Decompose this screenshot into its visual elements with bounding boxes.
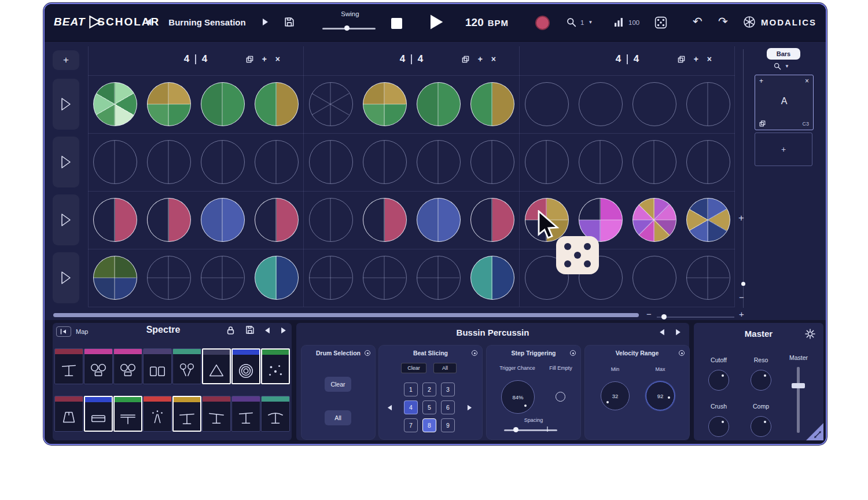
drum-pad[interactable] (143, 396, 172, 432)
next-drum-button[interactable] (675, 329, 681, 336)
beat-slicing-clear-button[interactable]: Clear (401, 363, 426, 373)
beat-cell[interactable] (363, 140, 407, 184)
slice-count-button[interactable]: 4 (404, 400, 418, 414)
beat-cell[interactable] (93, 140, 137, 184)
beat-cell[interactable] (363, 256, 407, 300)
lock-kit-button[interactable] (227, 326, 234, 335)
beat-cell[interactable] (632, 198, 676, 242)
pattern-delete-button[interactable]: × (805, 77, 809, 85)
drum-pad[interactable] (261, 396, 290, 432)
beat-cell[interactable] (632, 82, 676, 126)
beat-cell[interactable] (147, 198, 191, 242)
beat-cell[interactable] (525, 140, 569, 184)
pattern-slot-a[interactable]: + × A C3 (755, 75, 814, 130)
comp-knob[interactable] (751, 416, 771, 437)
save-kit-button[interactable] (245, 325, 255, 334)
map-dock-button[interactable] (56, 326, 71, 337)
beat-cell[interactable] (255, 140, 299, 184)
beat-cell[interactable] (417, 82, 461, 126)
prev-drum-button[interactable] (659, 329, 665, 336)
duplicate-bar-button[interactable] (462, 56, 469, 63)
slice-count-button[interactable]: 1 (404, 383, 418, 396)
v-zoom-in-button[interactable]: + (738, 212, 744, 224)
row-play-button[interactable] (53, 194, 79, 245)
row-play-button[interactable] (53, 79, 79, 130)
beat-cell[interactable] (309, 256, 353, 300)
add-row-button[interactable]: + (53, 50, 79, 70)
beat-cell[interactable] (417, 198, 461, 242)
beat-cell[interactable] (632, 140, 676, 184)
velocity-range-enable-toggle[interactable] (679, 350, 685, 356)
beat-cell[interactable] (579, 198, 623, 242)
slice-page-prev-button[interactable] (387, 405, 392, 411)
beat-cell[interactable] (470, 82, 514, 126)
drum-selection-clear-button[interactable]: Clear (325, 377, 351, 392)
drum-selection-enable-toggle[interactable] (365, 350, 370, 356)
beat-slicing-all-button[interactable]: All (433, 363, 457, 373)
drum-pad[interactable] (231, 348, 260, 384)
step-triggering-enable-toggle[interactable] (570, 350, 576, 356)
prev-kit-button[interactable] (264, 327, 270, 334)
row-play-button[interactable] (53, 252, 79, 303)
crush-knob[interactable] (708, 416, 729, 437)
delete-bar-button[interactable]: × (491, 54, 496, 64)
slice-count-button[interactable]: 9 (441, 418, 455, 432)
drum-pad[interactable] (172, 396, 201, 432)
beat-cell[interactable] (470, 198, 514, 242)
beat-cell[interactable] (309, 140, 353, 184)
drum-pad[interactable] (202, 396, 231, 432)
duplicate-bar-button[interactable] (246, 56, 253, 63)
h-zoom-slider[interactable] (657, 317, 734, 318)
beat-cell[interactable] (632, 256, 676, 300)
drum-pad[interactable] (172, 348, 201, 384)
beat-cell[interactable] (147, 256, 191, 300)
beat-cell[interactable] (470, 256, 514, 300)
slice-page-next-button[interactable] (467, 405, 472, 411)
drum-pad[interactable] (84, 348, 113, 384)
add-bar-button[interactable]: + (262, 54, 267, 64)
beat-cell[interactable] (579, 140, 623, 184)
h-zoom-in-button[interactable]: + (739, 309, 744, 319)
beat-cell[interactable] (363, 198, 407, 242)
duplicate-bar-button[interactable] (678, 56, 685, 63)
reso-knob[interactable] (751, 370, 771, 391)
slice-count-button[interactable]: 2 (422, 383, 436, 396)
beat-cell[interactable] (201, 140, 245, 184)
beat-cell[interactable] (470, 140, 514, 184)
beat-cell[interactable] (309, 82, 353, 126)
slice-count-button[interactable]: 7 (404, 418, 418, 432)
beat-cell[interactable] (686, 82, 730, 126)
v-zoom-slider[interactable] (743, 49, 744, 308)
drum-pad[interactable] (54, 348, 83, 384)
delete-bar-button[interactable]: × (275, 54, 280, 64)
spacing-slider[interactable] (504, 429, 557, 431)
master-settings-button[interactable] (805, 329, 815, 339)
v-zoom-out-button[interactable]: − (739, 292, 744, 302)
drum-pad[interactable] (113, 396, 142, 432)
drum-pad[interactable] (202, 348, 231, 384)
beat-cell[interactable] (201, 82, 245, 126)
beat-cell[interactable] (201, 256, 245, 300)
beat-cell[interactable] (686, 256, 730, 300)
drum-pad[interactable] (231, 396, 260, 432)
velocity-max-knob[interactable]: 92 (646, 381, 675, 410)
velocity-min-knob[interactable]: 32 (601, 381, 630, 410)
drum-pad[interactable] (143, 348, 172, 384)
beat-cell[interactable] (686, 140, 730, 184)
beat-cell[interactable] (417, 140, 461, 184)
add-bar-button[interactable]: + (478, 54, 483, 64)
beat-cell[interactable] (93, 198, 137, 242)
beat-cell[interactable] (201, 198, 245, 242)
add-pattern-slot-button[interactable]: + (755, 133, 812, 166)
h-scrollbar[interactable] (53, 313, 639, 317)
beat-cell[interactable] (686, 198, 730, 242)
beat-cell[interactable] (309, 198, 353, 242)
delete-bar-button[interactable]: × (707, 54, 712, 64)
beat-cell[interactable] (147, 82, 191, 126)
row-play-button[interactable] (53, 137, 79, 188)
pattern-duplicate-button[interactable] (759, 120, 766, 127)
beat-cell[interactable] (255, 256, 299, 300)
next-kit-button[interactable] (281, 327, 286, 334)
beat-cell[interactable] (417, 256, 461, 300)
master-fader-track[interactable] (797, 367, 800, 433)
